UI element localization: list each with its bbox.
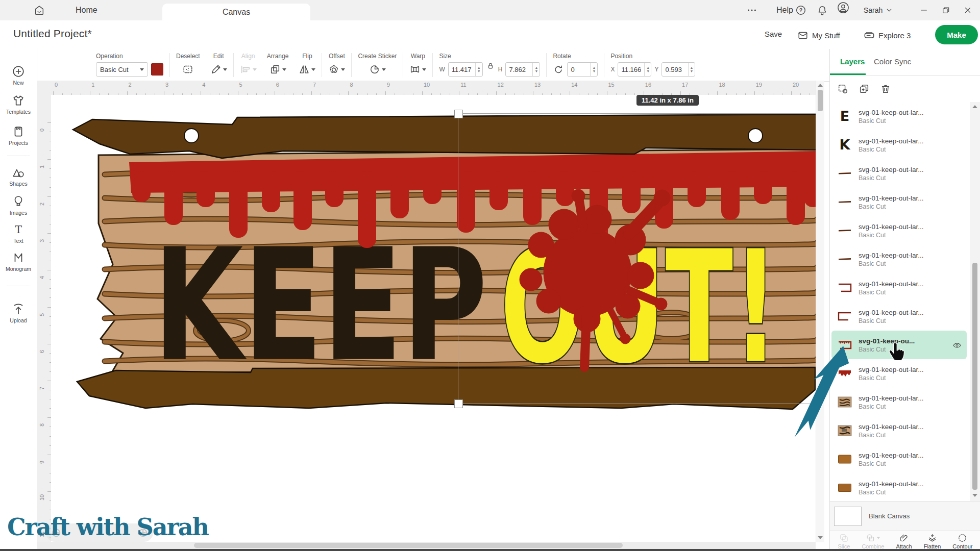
- combine-button[interactable]: Combine: [862, 533, 884, 549]
- offset-button[interactable]: [328, 62, 345, 77]
- deselect-icon[interactable]: [182, 64, 193, 75]
- visibility-eye-icon[interactable]: [952, 341, 962, 352]
- restore-button[interactable]: [939, 3, 953, 17]
- sidebar-item-upload[interactable]: Upload: [0, 303, 37, 323]
- upload-icon: [12, 303, 25, 316]
- layer-row[interactable]: svg-01-keep-out-lar...Basic Cut: [830, 445, 970, 473]
- minimize-button[interactable]: [917, 3, 931, 17]
- panel-scrollbar[interactable]: [970, 102, 980, 501]
- layer-row[interactable]: svg-01-keep-out-lar...Basic Cut: [830, 159, 970, 188]
- height-stepper[interactable]: ▲▼: [532, 63, 540, 76]
- rotate-icon[interactable]: [553, 64, 564, 75]
- position-y-input[interactable]: 0.593 ▲▼: [662, 62, 695, 77]
- operation-dropdown[interactable]: Basic Cut: [96, 62, 148, 77]
- flip-button[interactable]: [299, 62, 315, 77]
- x-stepper[interactable]: ▲▼: [644, 63, 651, 76]
- scroll-down-icon[interactable]: [972, 494, 977, 497]
- design-canvas[interactable]: KEEP OUT!: [51, 95, 816, 542]
- height-input[interactable]: 7.862 ▲▼: [505, 62, 540, 77]
- layer-row[interactable]: svg-01-keep-out-lar...Basic Cut: [830, 388, 970, 416]
- layer-row[interactable]: svg-01-keep-out-lar...Basic Cut: [830, 245, 970, 273]
- selection-handle-bottom-left[interactable]: [454, 399, 463, 408]
- tab-canvas[interactable]: Canvas: [162, 4, 310, 20]
- contour-button[interactable]: Contour: [952, 533, 972, 549]
- arrange-button[interactable]: [270, 62, 286, 77]
- delete-icon[interactable]: [880, 83, 891, 94]
- sidebar-item-images[interactable]: Images: [0, 195, 37, 216]
- my-stuff-button[interactable]: My Stuff: [797, 30, 840, 41]
- layer-thumbnail: K: [837, 135, 852, 155]
- color-swatch[interactable]: [151, 63, 163, 76]
- make-button[interactable]: Make: [935, 25, 978, 44]
- close-button[interactable]: [961, 3, 975, 17]
- layer-row[interactable]: svg-01-keep-out-lar...Basic Cut: [830, 302, 970, 331]
- contour-icon: [958, 533, 967, 543]
- machine-icon: [864, 30, 875, 41]
- canvas-vertical-scrollbar[interactable]: [816, 81, 824, 542]
- sidebar-item-projects[interactable]: Projects: [0, 125, 37, 146]
- align-button[interactable]: [240, 62, 257, 77]
- layer-row[interactable]: svg-01-keep-out-lar...Basic Cut: [830, 273, 970, 302]
- edit-button[interactable]: [210, 62, 227, 77]
- scroll-down-icon[interactable]: [818, 536, 823, 539]
- selection-handle-top-left[interactable]: [454, 110, 463, 118]
- horizontal-ruler: 01234567891011121314151617181920: [51, 81, 816, 95]
- sidebar-item-text[interactable]: TText: [0, 223, 37, 244]
- blank-canvas-row[interactable]: Blank Canvas: [830, 501, 980, 531]
- group-icon[interactable]: [837, 83, 848, 94]
- svg-text:?: ?: [799, 7, 802, 13]
- ruler-label: 16: [645, 82, 651, 88]
- chevron-down-icon: [140, 68, 144, 71]
- selection-bounding-box[interactable]: [458, 113, 816, 404]
- ruler-label: 15: [608, 82, 615, 88]
- layer-row[interactable]: svg-01-keep-out-lar...Basic Cut: [830, 188, 970, 216]
- home-button[interactable]: [34, 0, 45, 20]
- sidebar-item-monogram[interactable]: Monogram: [0, 251, 37, 272]
- sidebar-item-shapes[interactable]: Shapes: [0, 166, 37, 187]
- canvas-horizontal-scrollbar[interactable]: [37, 542, 816, 549]
- user-menu[interactable]: Sarah: [864, 0, 894, 20]
- create-sticker-button[interactable]: [369, 62, 386, 77]
- position-x-input[interactable]: 11.166 ▲▼: [618, 62, 651, 77]
- y-stepper[interactable]: ▲▼: [688, 63, 695, 76]
- scroll-thumb[interactable]: [818, 90, 823, 111]
- layer-thumbnail: [837, 249, 852, 269]
- more-menu-button[interactable]: [746, 0, 757, 20]
- warp-button[interactable]: [409, 62, 426, 77]
- lock-icon[interactable]: [486, 61, 495, 70]
- home-label[interactable]: Home: [76, 0, 97, 20]
- attach-button[interactable]: Attach: [896, 533, 912, 549]
- layer-row[interactable]: Ksvg-01-keep-out-lar...Basic Cut: [830, 131, 970, 159]
- help-button[interactable]: Help ?: [776, 0, 806, 20]
- rotate-input[interactable]: 0 ▲▼: [567, 62, 598, 77]
- explore-machine-button[interactable]: Explore 3: [864, 30, 911, 41]
- scroll-up-icon[interactable]: [972, 105, 977, 108]
- scroll-thumb[interactable]: [972, 263, 977, 490]
- ruler-tick: [422, 91, 423, 95]
- sidebar-item-new[interactable]: New: [0, 65, 37, 86]
- avatar[interactable]: [838, 0, 854, 20]
- ruler-tick: [275, 91, 275, 95]
- ruler-tick: [644, 91, 644, 95]
- width-stepper[interactable]: ▲▼: [475, 63, 482, 76]
- scroll-up-icon[interactable]: [818, 84, 823, 87]
- duplicate-icon[interactable]: [859, 83, 870, 94]
- layer-thumbnail: [837, 221, 852, 240]
- layer-row[interactable]: Esvg-01-keep-out-lar...Basic Cut: [830, 102, 970, 131]
- flatten-button[interactable]: Flatten: [924, 533, 941, 549]
- sidebar-item-templates[interactable]: Templates: [0, 94, 37, 115]
- layer-row[interactable]: svg-01-keep-out-lar...Basic Cut: [830, 359, 970, 388]
- scroll-thumb[interactable]: [194, 543, 623, 548]
- tab-color-sync[interactable]: Color Sync: [874, 57, 911, 66]
- offset-icon: [328, 64, 339, 75]
- save-button[interactable]: Save: [765, 30, 782, 38]
- tab-layers[interactable]: Layers: [840, 57, 865, 66]
- layer-row[interactable]: svg-01-keep-out-lar...Basic Cut: [830, 416, 970, 445]
- layer-row[interactable]: svg-01-keep-out-lar...Basic Cut: [830, 216, 970, 245]
- rotate-stepper[interactable]: ▲▼: [590, 63, 597, 76]
- layer-row-selected[interactable]: svg-01-keep-ou...Basic Cut: [831, 331, 967, 359]
- layer-row[interactable]: svg-01-keep-out-lar...Basic Cut: [830, 473, 970, 501]
- width-input[interactable]: 11.417 ▲▼: [448, 62, 483, 77]
- slice-button[interactable]: Slice: [838, 533, 850, 549]
- notifications-button[interactable]: [817, 0, 828, 20]
